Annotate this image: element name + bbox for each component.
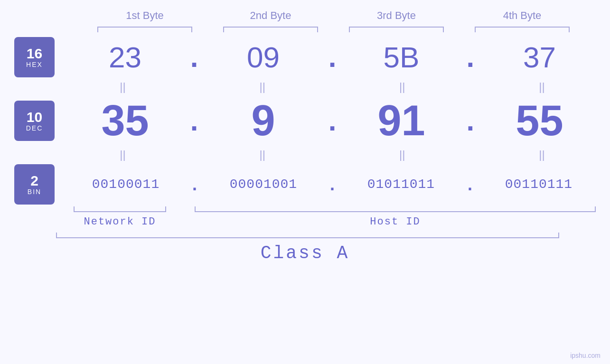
- equals-4: ||: [489, 80, 594, 93]
- class-section: Class A: [0, 233, 610, 263]
- hex-dot-3: .: [467, 41, 475, 74]
- equals-8: ||: [489, 148, 594, 161]
- hex-byte-4: 37: [487, 40, 591, 74]
- bin-badge-label: BIN: [28, 188, 41, 196]
- class-label: Class A: [261, 243, 350, 263]
- bin-badge: 2 BIN: [14, 164, 55, 205]
- network-bracket-line: [74, 206, 166, 212]
- bin-dot-1: .: [192, 175, 197, 195]
- equals-3: ||: [350, 80, 454, 93]
- hex-byte-3: 5B: [349, 40, 453, 74]
- bin-byte-2: 00001001: [211, 177, 316, 192]
- bin-byte-4: 00110111: [487, 177, 591, 192]
- dec-badge-number: 10: [27, 110, 42, 124]
- top-bracket-2: [223, 27, 318, 32]
- equals-values-2: || || || ||: [55, 148, 610, 161]
- host-id-section: Host ID: [195, 206, 596, 228]
- host-bracket-line: [195, 206, 596, 212]
- dec-byte-4: 55: [487, 96, 591, 145]
- top-bracket-4: [475, 27, 570, 32]
- bin-values: 00100011 . 00001001 . 01011011 . 0011011…: [55, 175, 610, 195]
- equals-values-1: || || || ||: [55, 80, 610, 93]
- dec-byte-2: 9: [211, 96, 316, 145]
- bin-byte-3: 01011011: [349, 177, 453, 192]
- hex-badge-number: 16: [27, 47, 42, 61]
- top-bracket-1: [97, 27, 192, 32]
- equals-row-1: || || || ||: [0, 77, 610, 96]
- dec-values: 35 . 9 . 91 . 55: [55, 96, 610, 145]
- top-brackets: [82, 27, 585, 32]
- bottom-spacer: [0, 206, 69, 228]
- hex-row: 16 HEX 23 . 09 . 5B . 37: [0, 37, 610, 77]
- dec-dot-3: .: [467, 104, 475, 137]
- bin-dot-3: .: [468, 175, 472, 195]
- hex-badge: 16 HEX: [14, 37, 55, 77]
- hex-dot-2: .: [328, 41, 337, 74]
- bin-byte-1: 00100011: [74, 177, 178, 192]
- dec-byte-1: 35: [73, 96, 178, 145]
- dec-dot-1: .: [190, 104, 198, 137]
- dec-badge-label: DEC: [26, 124, 43, 132]
- equals-7: ||: [350, 148, 454, 161]
- bottom-bracket-section: Network ID Host ID: [0, 206, 610, 228]
- hex-byte-1: 23: [73, 40, 178, 74]
- hex-values: 23 . 09 . 5B . 37: [55, 40, 610, 74]
- dec-dot-2: .: [328, 104, 337, 137]
- host-id-label: Host ID: [370, 216, 420, 228]
- dec-badge: 10 DEC: [14, 101, 55, 141]
- equals-2: ||: [210, 80, 315, 93]
- equals-1: ||: [71, 80, 175, 93]
- bin-row: 2 BIN 00100011 . 00001001 . 01011011 . 0…: [0, 164, 610, 205]
- top-bracket-3: [349, 27, 444, 32]
- watermark: ipshu.com: [570, 352, 601, 359]
- main-container: 1st Byte 2nd Byte 3rd Byte 4th Byte 16 H…: [0, 0, 610, 364]
- byte-header-4: 4th Byte: [470, 9, 574, 22]
- byte-header-1: 1st Byte: [93, 9, 197, 22]
- hex-byte-2: 09: [211, 40, 316, 74]
- class-bracket-line: [56, 233, 559, 238]
- right-spacer: [596, 206, 610, 228]
- bin-badge-number: 2: [30, 174, 38, 188]
- dec-byte-3: 91: [349, 96, 453, 145]
- byte-header-3: 3rd Byte: [344, 9, 449, 22]
- bracket-gap: [171, 206, 195, 228]
- byte-header-2: 2nd Byte: [218, 9, 323, 22]
- equals-5: ||: [71, 148, 175, 161]
- bin-dot-2: .: [330, 175, 335, 195]
- byte-headers: 1st Byte 2nd Byte 3rd Byte 4th Byte: [82, 9, 585, 22]
- equals-row-2: || || || ||: [0, 145, 610, 164]
- equals-6: ||: [210, 148, 315, 161]
- dec-row: 10 DEC 35 . 9 . 91 . 55: [0, 96, 610, 145]
- hex-dot-1: .: [190, 41, 198, 74]
- network-id-label: Network ID: [84, 216, 156, 228]
- hex-badge-label: HEX: [26, 61, 43, 68]
- network-id-section: Network ID: [69, 206, 171, 228]
